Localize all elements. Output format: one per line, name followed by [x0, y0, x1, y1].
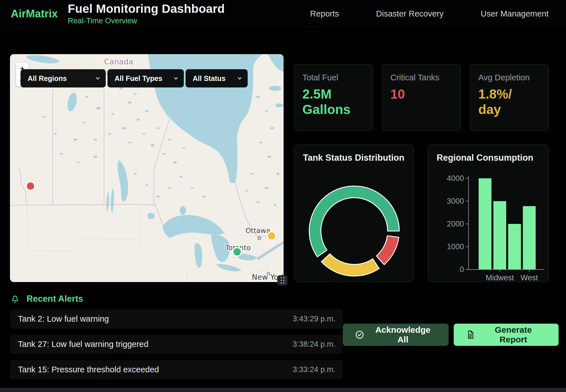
page-subtitle: Real-Time Overview [68, 17, 225, 25]
stat-card-avg-depletion: Avg Depletion 1.8%/​day [470, 64, 549, 131]
fuel-type-filter-label: All Fuel Types [115, 74, 162, 83]
chart-title: Regional Consumption [437, 153, 533, 163]
map[interactable]: Canada Ottawa Toronto New York + − All [10, 54, 284, 282]
nav-disaster-recovery[interactable]: Disaster Recovery [376, 9, 444, 19]
bar-1 [493, 201, 506, 270]
y-tick-label: 4000 [447, 174, 464, 183]
alert-row[interactable]: Tank 27: Low fuel warning triggered 3:38… [10, 335, 343, 354]
map-canvas[interactable]: Canada Ottawa Toronto New York [10, 54, 284, 282]
map-filter-bar: All Regions All Fuel Types All Status [21, 69, 248, 87]
x-tick-label: Midwest [486, 273, 514, 282]
chevron-down-icon [237, 75, 243, 81]
generate-report-button[interactable]: Generate Report [454, 324, 559, 346]
main-content: Canada Ottawa Toronto New York + − All [0, 28, 566, 282]
stat-label: Avg Depletion [478, 73, 541, 82]
brand-logo: AirMatrix [11, 8, 58, 20]
page-title: Fuel Monitoring Dashboard [68, 2, 225, 16]
stat-label: Total Fuel [302, 73, 365, 82]
acknowledge-all-label: Acknowledge All [369, 325, 437, 344]
bar-chart: 01000200030004000MidwestWest [428, 145, 549, 282]
status-filter-dropdown[interactable]: All Status [186, 69, 248, 87]
alert-time: 3:38:24 p.m. [293, 340, 335, 349]
map-label-canada: Canada [104, 57, 133, 66]
region-filter-dropdown[interactable]: All Regions [21, 69, 106, 87]
stat-value-avg-depletion: 1.8%/​day [478, 86, 527, 117]
resize-handle[interactable] [277, 275, 288, 285]
alert-text: Tank 27: Low fuel warning triggered [18, 340, 148, 349]
city-dot-new-york [267, 272, 270, 275]
stat-cards: Total Fuel 2.5M Gallons Critical Tanks 1… [294, 64, 549, 131]
title-block: Fuel Monitoring Dashboard Real-Time Over… [68, 2, 225, 25]
alerts-heading: Recent Alerts [10, 293, 343, 305]
fuel-type-filter-dropdown[interactable]: All Fuel Types [107, 69, 184, 87]
x-tick-label: West [521, 273, 538, 282]
city-dot-ottawa [258, 237, 261, 240]
stat-value-critical-tanks: 10 [390, 86, 439, 102]
report-document-icon [466, 330, 475, 340]
donut-segment-red [376, 236, 399, 265]
stat-value-total-fuel: 2.5M Gallons [302, 86, 351, 117]
alert-actions: Acknowledge All Generate Report [343, 324, 559, 385]
bar-2 [508, 224, 521, 270]
nav-user-management[interactable]: User Management [481, 9, 549, 19]
y-tick-label: 3000 [447, 197, 464, 205]
alert-text: Tank 2: Low fuel warning [18, 314, 109, 324]
alert-text: Tank 15: Pressure threshold exceeded [18, 365, 159, 374]
generate-report-label: Generate Report [480, 325, 547, 344]
region-filter-label: All Regions [28, 74, 67, 83]
tank-marker[interactable] [233, 248, 241, 256]
alert-row[interactable]: Tank 2: Low fuel warning 3:43:29 p.m. [10, 309, 343, 328]
map-label-ottawa: Ottawa [246, 227, 270, 235]
y-tick-label: 2000 [447, 220, 464, 228]
donut-chart [294, 145, 414, 282]
alert-row[interactable]: Tank 15: Pressure threshold exceeded 3:3… [10, 360, 343, 379]
bell-icon [10, 294, 20, 304]
app-header: AirMatrix Fuel Monitoring Dashboard Real… [0, 0, 566, 28]
y-tick-label: 0 [460, 265, 464, 274]
chevron-down-icon [95, 75, 101, 81]
stat-card-critical-tanks: Critical Tanks 10 [382, 64, 461, 131]
bar-3 [523, 206, 536, 270]
alert-time: 3:43:29 p.m. [293, 315, 335, 323]
tank-marker[interactable] [267, 232, 276, 240]
tank-marker[interactable] [26, 182, 35, 190]
right-column: Total Fuel 2.5M Gallons Critical Tanks 1… [294, 64, 549, 282]
acknowledge-all-button[interactable]: Acknowledge All [343, 324, 449, 346]
alerts-list: Recent Alerts Tank 2: Low fuel warning 3… [10, 293, 343, 385]
donut-segment-yellow [321, 254, 379, 276]
alert-time: 3:33:24 p.m. [293, 365, 335, 374]
bar-0 [479, 178, 492, 270]
alerts-heading-label: Recent Alerts [27, 294, 83, 304]
alerts-section: Recent Alerts Tank 2: Low fuel warning 3… [0, 282, 566, 385]
regional-consumption-chart-card: Regional Consumption 01000200030004000Mi… [428, 144, 549, 282]
chevron-down-icon [173, 75, 179, 81]
tank-status-chart-card: Tank Status Distribution [294, 144, 414, 282]
status-filter-label: All Status [193, 74, 225, 83]
stat-card-total-fuel: Total Fuel 2.5M Gallons [294, 64, 373, 131]
main-nav: Reports Disaster Recovery User Managemen… [310, 9, 549, 19]
stat-label: Critical Tanks [390, 73, 453, 82]
nav-reports[interactable]: Reports [310, 9, 339, 19]
bottom-scrollbar-strip[interactable] [0, 388, 566, 392]
charts-row: Tank Status Distribution Regional Consum… [294, 144, 549, 282]
check-circle-icon [355, 330, 365, 340]
chart-title: Tank Status Distribution [303, 153, 404, 163]
y-tick-label: 1000 [447, 242, 464, 251]
